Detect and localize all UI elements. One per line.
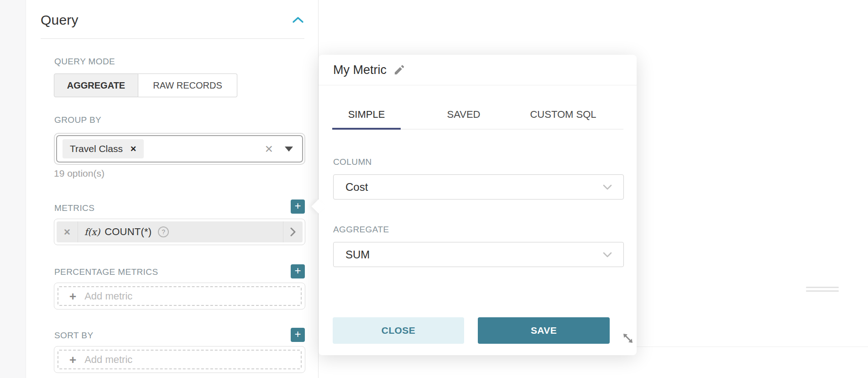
group-by-chip[interactable]: Travel Class ✕: [63, 139, 144, 158]
metric-help-icon[interactable]: ?: [158, 226, 169, 237]
metric-edit-popover: My Metric SIMPLE SAVED CUSTOM SQL COLUMN…: [319, 55, 637, 355]
column-select[interactable]: Cost: [333, 174, 624, 200]
aggregate-mode-button[interactable]: AGGREGATE: [54, 74, 138, 97]
group-by-chip-label: Travel Class: [70, 143, 123, 154]
sort-by-label: SORT BY: [54, 331, 94, 341]
column-select-value: Cost: [345, 181, 368, 194]
chevron-down-icon: [602, 252, 612, 258]
popover-arrow: [311, 199, 325, 213]
add-plus-icon: +: [69, 290, 76, 302]
metric-expression: COUNT(*): [105, 226, 152, 238]
aggregate-label: AGGREGATE: [333, 225, 389, 235]
pill-separator: [78, 221, 78, 242]
group-by-select-inner[interactable]: Travel Class ✕ ×: [56, 135, 303, 163]
add-percentage-metric-button[interactable]: +: [291, 264, 305, 278]
popover-title: My Metric: [333, 63, 387, 77]
tab-custom-sql[interactable]: CUSTOM SQL: [518, 109, 609, 121]
chart-footer-divider: [634, 346, 868, 347]
aggregate-select-value: SUM: [345, 248, 370, 261]
add-sort-by-button[interactable]: +: [291, 328, 305, 342]
function-icon: f(x): [84, 226, 100, 237]
group-by-options-hint: 19 option(s): [54, 168, 105, 179]
tab-saved[interactable]: SAVED: [429, 109, 498, 121]
percentage-metrics-add-metric[interactable]: + Add metric: [58, 286, 302, 306]
metric-expand-chevron-icon[interactable]: [283, 226, 303, 237]
metrics-container: ✕ f(x) COUNT(*) ?: [54, 219, 305, 245]
add-metric-placeholder: Add metric: [84, 354, 132, 366]
group-by-select[interactable]: Travel Class ✕ ×: [54, 133, 305, 165]
tab-simple[interactable]: SIMPLE: [332, 109, 401, 121]
percentage-metrics-container: + Add metric: [54, 283, 305, 310]
sort-by-container: + Add metric: [54, 346, 305, 373]
add-metric-placeholder: Add metric: [84, 290, 132, 302]
collapse-chevron-icon[interactable]: [292, 16, 304, 24]
query-section-title: Query: [41, 12, 78, 28]
metric-remove-icon[interactable]: ✕: [57, 227, 78, 237]
add-metric-button[interactable]: +: [291, 200, 305, 214]
select-caret-down-icon[interactable]: [285, 147, 293, 152]
save-button[interactable]: SAVE: [478, 317, 610, 344]
percentage-metrics-label: PERCENTAGE METRICS: [54, 267, 158, 277]
popover-header: My Metric: [319, 55, 637, 85]
group-by-label: GROUP BY: [54, 115, 101, 125]
aggregate-select[interactable]: SUM: [333, 242, 624, 267]
explore-chart-builder: Query QUERY MODE AGGREGATE RAW RECORDS G…: [0, 0, 868, 378]
query-mode-label: QUERY MODE: [54, 57, 115, 67]
edit-title-pencil-icon[interactable]: [393, 64, 405, 76]
select-clear-icon[interactable]: ×: [265, 142, 273, 156]
raw-records-mode-button[interactable]: RAW RECORDS: [138, 74, 237, 97]
chevron-down-icon: [602, 184, 612, 190]
active-tab-indicator: [332, 128, 401, 130]
add-plus-icon: +: [69, 354, 76, 366]
metrics-label: METRICS: [54, 203, 94, 213]
query-section-header: Query: [41, 10, 304, 30]
query-mode-toggle: AGGREGATE RAW RECORDS: [54, 74, 237, 97]
left-gutter: [0, 0, 26, 378]
column-label: COLUMN: [333, 157, 372, 167]
close-button[interactable]: CLOSE: [333, 317, 464, 344]
section-divider: [41, 38, 304, 39]
chip-remove-icon[interactable]: ✕: [130, 144, 136, 154]
sort-by-add-metric[interactable]: + Add metric: [58, 350, 302, 369]
metric-pill[interactable]: ✕ f(x) COUNT(*) ?: [57, 221, 303, 242]
panel-resize-handle[interactable]: [806, 287, 839, 294]
popover-resize-icon[interactable]: [621, 331, 635, 347]
